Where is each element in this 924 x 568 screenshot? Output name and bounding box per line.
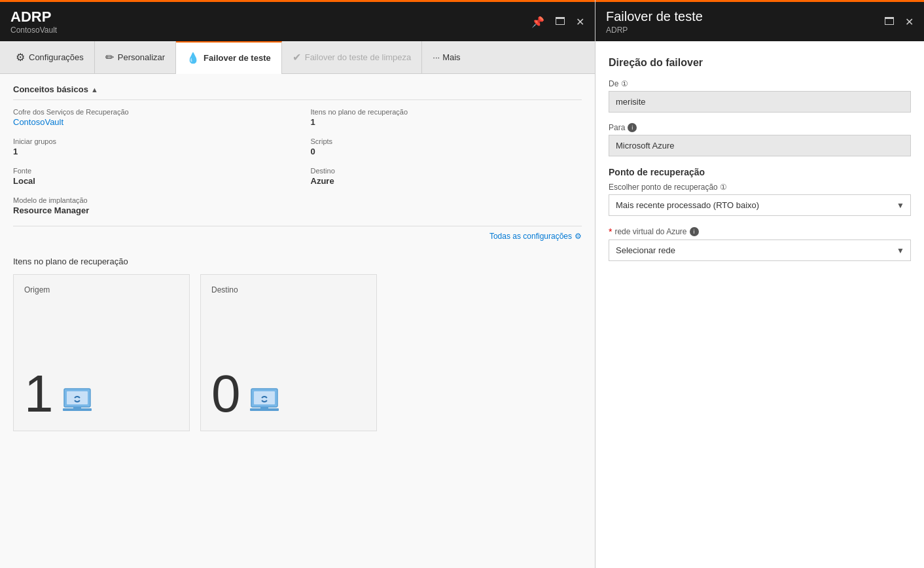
app-subtitle: ContosoVault bbox=[10, 26, 57, 35]
restore-icon[interactable]: 🗖 bbox=[555, 16, 565, 27]
card-destino-number: 0 bbox=[211, 368, 241, 420]
field-to: Para i bbox=[609, 123, 911, 156]
conceitos-label: Conceitos básicos bbox=[13, 84, 88, 94]
item-cards: Origem 1 bbox=[13, 274, 582, 431]
configuracoes-icon: ⚙ bbox=[16, 51, 25, 63]
itens-label: Itens no plano de recuperação bbox=[311, 108, 582, 116]
tab-personalizar[interactable]: ✏ Personalizar bbox=[95, 41, 176, 74]
pin-icon[interactable]: 📌 bbox=[531, 16, 544, 28]
card-origem-body: 1 bbox=[24, 368, 179, 420]
cofre-value[interactable]: ContosoVault bbox=[13, 117, 285, 127]
scripts-label: Scripts bbox=[311, 137, 582, 145]
tab-failover-limpeza: ✔ Failover do teste de limpeza bbox=[282, 41, 423, 74]
info-modelo: Modelo de implantação Resource Manager bbox=[13, 196, 285, 215]
modelo-value: Resource Manager bbox=[13, 205, 285, 215]
svg-rect-3 bbox=[73, 407, 81, 410]
right-panel: Failover de teste ADRP 🗖 ✕ Direção do fa… bbox=[595, 0, 924, 568]
virtual-network-label-text: rede virtual do Azure bbox=[614, 227, 686, 236]
card-destino-body: 0 bbox=[211, 368, 366, 420]
virtual-network-select[interactable]: Selecionar rede bbox=[609, 240, 911, 261]
right-panel-subtitle: ADRP bbox=[606, 26, 703, 35]
recovery-point-select-wrapper: Mais recente processado (RTO baixo) Mais… bbox=[609, 194, 911, 216]
recovery-point-title: Ponto de recuperação bbox=[609, 167, 911, 177]
virtual-network-label: * rede virtual do Azure i bbox=[609, 226, 911, 237]
card-destino-header: Destino bbox=[211, 285, 366, 294]
tab-bar: ⚙ Configurações ✏ Personalizar 💧 Failove… bbox=[0, 41, 595, 74]
left-content-area: Conceitos básicos ▲ Cofre dos Serviços d… bbox=[0, 74, 595, 568]
info-grid: Cofre dos Serviços de Recuperação Contos… bbox=[13, 108, 582, 215]
tab-configuracoes-label: Configurações bbox=[29, 52, 84, 62]
conceitos-header: Conceitos básicos ▲ bbox=[13, 84, 582, 100]
virtual-network-info-icon[interactable]: i bbox=[690, 227, 699, 236]
vm-icon-origem bbox=[62, 383, 93, 415]
left-panel: ADRP ContosoVault 📌 🗖 ✕ ⚙ Configurações … bbox=[0, 0, 595, 568]
required-asterisk: * bbox=[609, 226, 612, 237]
from-label: De ① bbox=[609, 79, 911, 88]
itens-value: 1 bbox=[311, 117, 582, 127]
grupos-value: 1 bbox=[13, 147, 285, 156]
close-icon[interactable]: ✕ bbox=[576, 16, 584, 28]
svg-rect-7 bbox=[260, 407, 268, 410]
item-card-destino: Destino 0 bbox=[200, 274, 377, 431]
personalizar-icon: ✏ bbox=[105, 51, 114, 63]
grupos-label: Iniciar grupos bbox=[13, 137, 285, 145]
field-recovery-point: Escolher ponto de recuperação ① Mais rec… bbox=[609, 183, 911, 216]
info-itens: Itens no plano de recuperação 1 bbox=[311, 108, 582, 127]
item-card-origem: Origem 1 bbox=[13, 274, 190, 431]
recovery-point-label: Escolher ponto de recuperação ① bbox=[609, 183, 911, 192]
app-title: ADRP bbox=[10, 9, 57, 26]
tab-failover-teste[interactable]: 💧 Failover de teste bbox=[176, 41, 282, 74]
to-label-text: Para bbox=[609, 123, 625, 132]
from-label-text: De ① bbox=[609, 79, 628, 88]
right-title-controls: 🗖 ✕ bbox=[884, 16, 914, 28]
tab-personalizar-label: Personalizar bbox=[118, 52, 165, 62]
info-fonte: Fonte Local bbox=[13, 167, 285, 186]
field-virtual-network: * rede virtual do Azure i Selecionar red… bbox=[609, 226, 911, 261]
info-cofre: Cofre dos Serviços de Recuperação Contos… bbox=[13, 108, 285, 127]
destino-value: Azure bbox=[311, 176, 582, 186]
failover-icon: 💧 bbox=[187, 52, 200, 64]
right-close-icon[interactable]: ✕ bbox=[905, 16, 914, 28]
fonte-label: Fonte bbox=[13, 167, 285, 175]
right-title-bar: Failover de teste ADRP 🗖 ✕ bbox=[595, 2, 924, 41]
vm-icon-destino bbox=[249, 383, 280, 415]
tab-mais[interactable]: ··· Mais bbox=[422, 52, 471, 62]
left-title-left: ADRP ContosoVault bbox=[10, 9, 57, 35]
scripts-value: 0 bbox=[311, 147, 582, 156]
card-origem-header: Origem bbox=[24, 285, 179, 294]
right-restore-icon[interactable]: 🗖 bbox=[884, 16, 895, 27]
to-label: Para i bbox=[609, 123, 911, 132]
recovery-point-select[interactable]: Mais recente processado (RTO baixo) Mais… bbox=[609, 194, 911, 216]
fonte-value: Local bbox=[13, 176, 285, 186]
tab-failover-limpeza-label: Failover do teste de limpeza bbox=[305, 52, 412, 62]
to-input[interactable] bbox=[609, 135, 911, 156]
info-grupos: Iniciar grupos 1 bbox=[13, 137, 285, 156]
virtual-network-select-wrapper: Selecionar rede ▼ bbox=[609, 240, 911, 261]
to-info-icon[interactable]: i bbox=[628, 123, 637, 132]
modelo-label: Modelo de implantação bbox=[13, 196, 285, 204]
all-configs-icon: ⚙ bbox=[575, 232, 582, 241]
info-scripts: Scripts 0 bbox=[311, 137, 582, 156]
field-from: De ① bbox=[609, 79, 911, 113]
all-configs-link[interactable]: Todas as configurações ⚙ bbox=[13, 226, 582, 246]
info-destino: Destino Azure bbox=[311, 167, 582, 186]
mais-dots: ··· bbox=[433, 52, 440, 62]
tab-failover-teste-label: Failover de teste bbox=[204, 53, 271, 63]
left-title-bar: ADRP ContosoVault 📌 🗖 ✕ bbox=[0, 2, 595, 41]
right-content: Direção do failover De ① Para i Ponto de… bbox=[595, 41, 924, 568]
left-title-controls: 📌 🗖 ✕ bbox=[531, 16, 584, 28]
destino-label: Destino bbox=[311, 167, 582, 175]
limpeza-icon: ✔ bbox=[293, 51, 301, 63]
card-origem-number: 1 bbox=[24, 368, 54, 420]
failover-direction-title: Direção do failover bbox=[609, 57, 911, 69]
from-input[interactable] bbox=[609, 91, 911, 113]
right-title-left: Failover de teste ADRP bbox=[606, 9, 703, 35]
conceitos-chevron[interactable]: ▲ bbox=[91, 86, 98, 94]
tab-configuracoes[interactable]: ⚙ Configurações bbox=[5, 41, 95, 74]
right-panel-title: Failover de teste bbox=[606, 9, 703, 24]
tab-mais-label: Mais bbox=[442, 52, 460, 62]
recovery-items-header: Itens no plano de recuperação bbox=[13, 257, 582, 266]
all-configs-text: Todas as configurações bbox=[489, 232, 572, 241]
cofre-label: Cofre dos Serviços de Recuperação bbox=[13, 108, 285, 116]
